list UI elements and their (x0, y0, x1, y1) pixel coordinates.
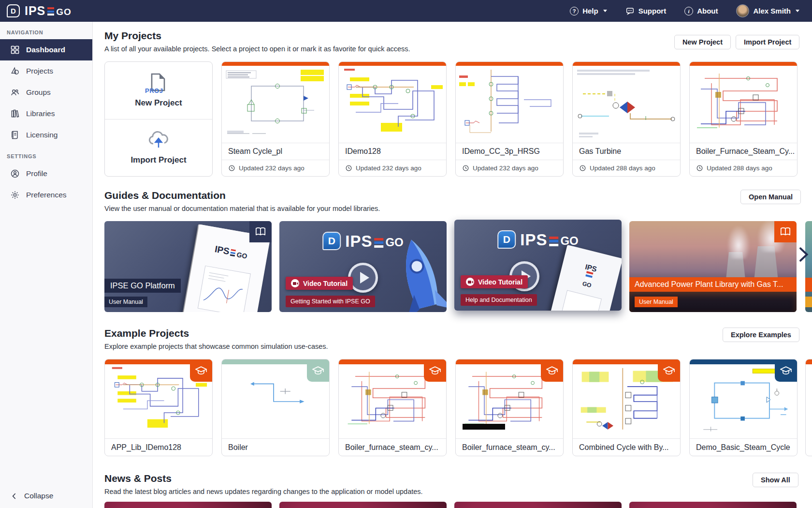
project-thumbnail (573, 66, 680, 143)
news-title: News & Posts (104, 473, 172, 484)
news-card[interactable] (454, 502, 622, 508)
profile-icon (10, 169, 20, 179)
project-updated: Updated 232 days ago (456, 160, 563, 176)
project-card[interactable]: IDemo128 Updated 232 days ago (338, 61, 447, 177)
project-updated: Updated 232 days ago (339, 160, 446, 176)
guide-card-advanced-library[interactable]: Advanced Power Plant Library with Gas T.… (629, 221, 797, 312)
project-name: IDemo128 (339, 143, 446, 160)
licensing-icon (10, 130, 20, 140)
video-card-logo: D IPSGO (322, 232, 404, 250)
guide-card-subtitle: User Manual (635, 297, 678, 307)
example-card[interactable]: Boiler (221, 359, 330, 456)
sidebar-item-groups[interactable]: Groups (0, 82, 92, 103)
project-thumbnail (456, 66, 563, 143)
project-card[interactable]: Boiler_Furnace_Steam_Cy... Updated 288 d… (689, 61, 798, 177)
graduation-cap-icon (663, 365, 675, 376)
sidebar: NAVIGATION Dashboard Projects Groups Lib… (0, 22, 93, 508)
guide-card-title: Advanced Power Plant Library with Gas T.… (629, 277, 797, 292)
news-card[interactable] (104, 502, 272, 508)
clock-icon (696, 164, 703, 172)
graduation-cap-icon (312, 365, 324, 376)
guide-card-title: IPSE GO Platform (104, 279, 181, 293)
brand-wordmark: IPS GO (25, 5, 72, 17)
examples-title: Example Projects (104, 328, 189, 339)
news-card[interactable] (279, 502, 447, 508)
updated-label: Updated 232 days ago (239, 164, 304, 172)
guide-card-platform-manual[interactable]: IPSGO IPSE GO Platform User Manual (104, 221, 272, 312)
import-project-card-label: Import Project (130, 155, 186, 165)
sidebar-item-dashboard[interactable]: Dashboard (0, 39, 92, 60)
guide-card-video-getting-started[interactable]: D IPSGO Video Tutorial Getting Started w… (279, 221, 447, 312)
carousel-next-icon[interactable] (795, 242, 812, 267)
open-manual-button[interactable]: Open Manual (740, 190, 801, 204)
example-badge (541, 359, 563, 382)
sidebar-collapse-button[interactable]: Collapse (10, 492, 53, 500)
chevron-down-icon (796, 10, 799, 12)
example-card-partial[interactable] (805, 359, 812, 456)
sidebar-item-preferences[interactable]: Preferences (0, 184, 92, 206)
example-card[interactable]: Boiler_furnace_steam_cy... (455, 359, 564, 456)
examples-row: APP_Lib_IDemo128 Boiler Boiler_furnace_s… (104, 359, 798, 456)
import-project-button[interactable]: Import Project (736, 35, 799, 49)
example-badge (307, 359, 329, 382)
updated-label: Updated 232 days ago (356, 164, 421, 172)
example-card[interactable]: Combined Cycle with By... (572, 359, 681, 456)
import-project-card[interactable]: Import Project (105, 120, 212, 177)
sidebar-item-label: Libraries (26, 109, 55, 118)
projects-icon (10, 66, 20, 76)
graduation-cap-icon (780, 365, 792, 376)
updated-label: Updated 288 days ago (590, 164, 655, 172)
app-root: D IPS GO ? Help Support i About (0, 0, 812, 508)
guides-description: View the user manual or documentation ma… (104, 205, 380, 212)
my-projects-description: A list of all your available projects. S… (104, 45, 410, 53)
project-name: Gas Turbine (573, 143, 680, 160)
project-updated: Updated 288 days ago (690, 160, 797, 176)
user-menu[interactable]: Alex Smith (736, 4, 799, 17)
project-card[interactable]: Steam Cycle_pl Updated 232 days ago (221, 61, 330, 177)
support-menu[interactable]: Support (625, 6, 667, 15)
show-all-button[interactable]: Show All (753, 473, 798, 487)
steam-plume (727, 225, 750, 259)
example-card[interactable]: APP_Lib_IDemo128 (104, 359, 213, 456)
sidebar-item-label: Groups (26, 88, 51, 97)
project-card[interactable]: IDemo_CC_3p_HRSG Updated 232 days ago (455, 61, 564, 177)
news-row (104, 502, 797, 508)
example-card[interactable]: Boiler_furnace_steam_cy... (338, 359, 447, 456)
sidebar-item-libraries[interactable]: Libraries (0, 103, 92, 124)
video-tutorial-badge: Video Tutorial (286, 277, 353, 290)
libraries-icon (10, 109, 20, 119)
explore-examples-button[interactable]: Explore Examples (723, 328, 799, 342)
sidebar-item-profile[interactable]: Profile (0, 163, 92, 184)
example-name: Demo_Basic_Steam_Cycle (690, 439, 797, 456)
sidebar-item-licensing[interactable]: Licensing (0, 124, 92, 146)
chevron-down-icon (603, 10, 607, 12)
new-project-button[interactable]: New Project (674, 35, 731, 49)
brand-e-bars (47, 7, 54, 15)
card-accent-bar (456, 62, 563, 66)
top-navbar: D IPS GO ? Help Support i About (0, 0, 812, 22)
clock-icon (228, 164, 235, 172)
gear-icon (10, 190, 20, 200)
graduation-cap-icon (546, 365, 558, 376)
updated-label: Updated 232 days ago (473, 164, 538, 172)
video-badge-label: Video Tutorial (478, 278, 522, 286)
new-project-card[interactable]: PROJ New Project (105, 62, 212, 120)
brand-logo[interactable]: D IPS GO (7, 4, 72, 17)
my-projects-row: PROJ New Project Import Project Steam Cy… (104, 61, 798, 177)
project-card[interactable]: Gas Turbine Updated 288 days ago (572, 61, 681, 177)
help-menu[interactable]: ? Help (570, 7, 607, 15)
new-import-card: PROJ New Project Import Project (104, 61, 213, 177)
video-badge-label: Video Tutorial (303, 280, 348, 287)
sidebar-item-projects[interactable]: Projects (0, 60, 92, 82)
example-card[interactable]: Demo_Basic_Steam_Cycle (689, 359, 798, 456)
about-menu[interactable]: i About (684, 7, 718, 15)
info-icon: i (684, 7, 693, 15)
sidebar-item-label: Preferences (26, 191, 67, 199)
news-card[interactable] (629, 502, 797, 508)
guides-title: Guides & Documentation (104, 190, 226, 201)
open-book-icon (254, 226, 267, 237)
graduation-cap-icon (195, 365, 207, 376)
navbar-menu: ? Help Support i About Alex Smith (570, 4, 799, 17)
mini-manual-image: IPSGO (550, 245, 622, 311)
guide-card-video-help-docs[interactable]: IPSGO D IPSGO Video Tutorial Help and Do… (454, 220, 622, 311)
